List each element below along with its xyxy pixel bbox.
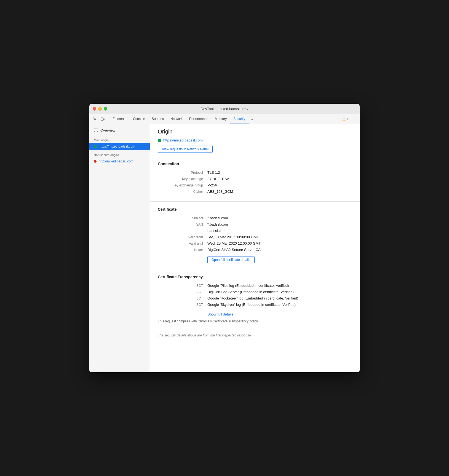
origin-url-row: https://mixed.badssl.com (158, 138, 352, 142)
origin-dot-red (94, 160, 97, 163)
sct-row-1: SCT DigiCert Log Server (Embedded in cer… (158, 290, 352, 294)
cipher-value: AES_128_GCM (207, 189, 233, 194)
sct-label-1: SCT (158, 290, 207, 294)
tab-security[interactable]: Security (230, 114, 248, 124)
tab-console[interactable]: Console (130, 114, 148, 124)
svg-rect-0 (101, 118, 103, 121)
cipher-label: Cipher (158, 190, 207, 194)
valid-from-row: Valid from Sat, 18 Mar 2017 00:00:00 GMT (158, 235, 352, 239)
svg-rect-1 (103, 119, 104, 120)
key-exchange-label: Key exchange (158, 177, 207, 181)
transparency-section: Certificate Transparency SCT Google 'Pil… (150, 269, 360, 329)
sidebar-item-main-origin[interactable]: https://mixed.badssl.com (89, 143, 150, 150)
info-icon: i (94, 128, 98, 132)
sidebar-overview[interactable]: i Overview (89, 125, 150, 135)
sct-row-2: SCT Google 'Rocketeer' log (Embedded in … (158, 296, 352, 300)
warning-icon: ⚠ (342, 117, 346, 121)
origin-title: Origin (158, 129, 352, 135)
valid-from-label: Valid from (158, 235, 207, 239)
title-bar: DevTools - mixed.badssl.com/ (89, 104, 360, 114)
warning-count: 1 (347, 117, 349, 121)
sct-value-1: DigiCert Log Server (Embedded in certifi… (207, 290, 294, 294)
open-cert-details-button[interactable]: Open full certificate details (207, 256, 255, 263)
key-exchange-group-label: Key exchange group (158, 183, 207, 187)
nav-tabs: Elements Console Sources Network Perform… (109, 114, 341, 124)
view-requests-button[interactable]: View requests in Network Panel (158, 146, 213, 153)
non-secure-origins-label: Non-secure origins (89, 150, 150, 158)
valid-until-value: Wed, 25 Mar 2020 12:00:00 GMT (207, 241, 261, 245)
protocol-value: TLS 1.2 (207, 170, 220, 175)
close-button[interactable] (93, 107, 96, 111)
tab-sources[interactable]: Sources (148, 114, 167, 124)
san-value1: *.badssl.com (207, 222, 228, 226)
sct-label-3: SCT (158, 303, 207, 307)
sct-label-0: SCT (158, 284, 207, 288)
protocol-row: Protocol TLS 1.2 (158, 170, 352, 175)
cursor-icon[interactable] (92, 116, 98, 122)
main-content: Origin https://mixed.badssl.com View req… (150, 124, 360, 372)
toolbar: Elements Console Sources Network Perform… (89, 114, 360, 124)
devtools-window: DevTools - mixed.badssl.com/ Elements Co… (89, 104, 360, 372)
main-origin-label: Main origin (89, 135, 150, 143)
sct-row-3: SCT Google 'Skydiver' log (Embedded in c… (158, 303, 352, 307)
san-row1: SAN *.badssl.com (158, 222, 352, 226)
subject-label: Subject (158, 216, 207, 220)
valid-until-row: Valid until Wed, 25 Mar 2020 12:00:00 GM… (158, 241, 352, 245)
certificate-title: Certificate (158, 207, 352, 212)
toolbar-icons (92, 116, 106, 122)
footer-note: The security details above are from the … (150, 329, 360, 342)
devtools-menu-button[interactable]: ⋮ (351, 116, 357, 122)
certificate-details: Subject *.badssl.com SAN *.badssl.com ba… (158, 216, 352, 252)
issuer-value: DigiCert SHA2 Secure Server CA (207, 248, 261, 252)
tab-elements[interactable]: Elements (109, 114, 130, 124)
key-exchange-value: ECDHE_RSA (207, 177, 229, 181)
tab-network[interactable]: Network (167, 114, 186, 124)
sidebar: i Overview Main origin https://mixed.bad… (89, 124, 150, 372)
transparency-compliance-note: This request complies with Chrome's Cert… (158, 319, 352, 323)
sct-rows: SCT Google 'Pilot' log (Embedded in cert… (158, 284, 352, 307)
connection-details: Protocol TLS 1.2 Key exchange ECDHE_RSA … (158, 170, 352, 194)
key-exchange-group-row: Key exchange group P-256 (158, 183, 352, 187)
origin-url-link[interactable]: https://mixed.badssl.com (163, 138, 203, 142)
origin-header: Origin https://mixed.badssl.com View req… (150, 124, 360, 156)
sct-row-0: SCT Google 'Pilot' log (Embedded in cert… (158, 284, 352, 288)
valid-until-label: Valid until (158, 242, 207, 245)
main-origin-url: https://mixed.badssl.com (99, 145, 135, 148)
san-label: SAN (158, 223, 207, 226)
devtools-body: i Overview Main origin https://mixed.bad… (89, 124, 360, 372)
window-title: DevTools - mixed.badssl.com/ (201, 107, 248, 111)
subject-value: *.badssl.com (207, 216, 228, 220)
device-icon[interactable] (99, 116, 106, 122)
sct-label-2: SCT (158, 296, 207, 300)
key-exchange-group-value: P-256 (207, 183, 217, 187)
warning-badge[interactable]: ⚠ 1 (342, 117, 349, 121)
sct-value-0: Google 'Pilot' log (Embedded in certific… (207, 284, 289, 288)
sct-value-3: Google 'Skydiver' log (Embedded in certi… (207, 303, 296, 307)
valid-from-value: Sat, 18 Mar 2017 00:00:00 GMT (207, 235, 259, 239)
tab-memory[interactable]: Memory (212, 114, 230, 124)
connection-section: Connection Protocol TLS 1.2 Key exchange… (150, 156, 360, 202)
maximize-button[interactable] (104, 107, 107, 111)
cert-button-row: Open full certificate details (158, 256, 352, 263)
more-tabs-button[interactable]: » (249, 117, 255, 121)
secure-origin-indicator (158, 139, 161, 142)
show-full-details-link[interactable]: Show full details (207, 312, 233, 316)
sidebar-item-non-secure[interactable]: http://mixed.badssl.com (89, 158, 150, 165)
certificate-section: Certificate Subject *.badssl.com SAN *.b… (150, 202, 360, 269)
issuer-label: Issuer (158, 248, 207, 252)
overview-label: Overview (100, 128, 115, 132)
san-row2: badssl.com (158, 229, 352, 233)
minimize-button[interactable] (98, 107, 102, 111)
non-secure-url: http://mixed.badssl.com (99, 159, 133, 163)
toolbar-right: ⚠ 1 ⋮ (342, 116, 357, 122)
subject-row: Subject *.badssl.com (158, 216, 352, 220)
cipher-row: Cipher AES_128_GCM (158, 189, 352, 194)
origin-dot-green (94, 145, 97, 148)
tab-performance[interactable]: Performance (186, 114, 212, 124)
key-exchange-row: Key exchange ECDHE_RSA (158, 177, 352, 181)
issuer-row: Issuer DigiCert SHA2 Secure Server CA (158, 248, 352, 252)
transparency-title: Certificate Transparency (158, 275, 352, 279)
traffic-lights (93, 107, 107, 111)
san-value2: badssl.com (207, 229, 226, 233)
connection-title: Connection (158, 162, 352, 166)
